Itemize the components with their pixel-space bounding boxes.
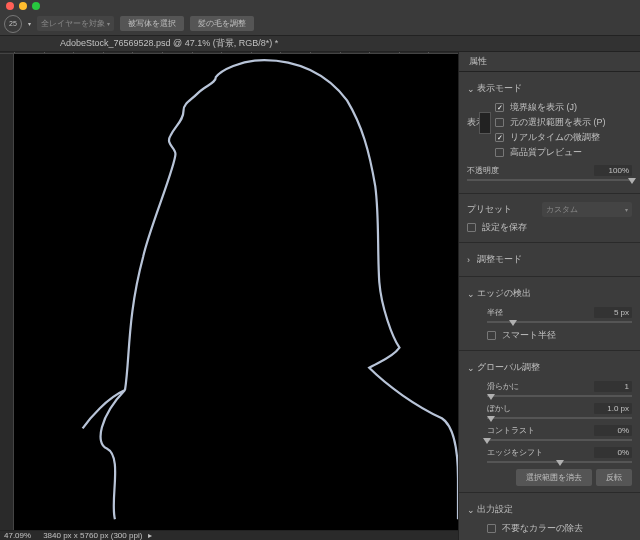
contrast-slider[interactable] bbox=[487, 439, 632, 441]
properties-panel: 属性 ⌄ 表示モード 境界線を表示 (J) 表示 元の選択範囲を表示 (P) リ… bbox=[458, 52, 640, 540]
hq-preview-label: 高品質プレビュー bbox=[510, 146, 582, 159]
view-thumbnail[interactable] bbox=[479, 112, 491, 134]
chevron-right-icon: › bbox=[467, 255, 477, 265]
feather-slider[interactable] bbox=[487, 417, 632, 419]
show-border-checkbox[interactable] bbox=[495, 103, 504, 112]
brush-size-value: 25 bbox=[9, 20, 17, 27]
show-border-label: 境界線を表示 (J) bbox=[510, 101, 577, 114]
chevron-down-icon: ⌄ bbox=[467, 289, 477, 299]
realtime-label: リアルタイムの微調整 bbox=[510, 131, 600, 144]
maximize-icon[interactable] bbox=[32, 2, 40, 10]
view-mode-header[interactable]: ⌄ 表示モード bbox=[467, 78, 632, 99]
chevron-down-icon: ⌄ bbox=[467, 505, 477, 515]
chevron-down-icon: ⌄ bbox=[467, 84, 477, 94]
preset-dropdown[interactable]: カスタム▾ bbox=[542, 202, 632, 217]
opacity-value[interactable]: 100% bbox=[594, 165, 632, 176]
selection-outline bbox=[14, 54, 458, 530]
document-tab[interactable]: AdobeStock_76569528.psd @ 47.1% (背景, RGB… bbox=[60, 37, 278, 50]
preset-label: プリセット bbox=[467, 203, 512, 216]
select-subject-button[interactable]: 被写体を選択 bbox=[120, 16, 184, 31]
feather-label: ぼかし bbox=[487, 403, 594, 414]
smart-radius-label: スマート半径 bbox=[502, 329, 556, 342]
document-tab-bar: AdobeStock_76569528.psd @ 47.1% (背景, RGB… bbox=[0, 36, 640, 52]
global-refine-header[interactable]: ⌄グローバル調整 bbox=[467, 357, 632, 378]
window-controls bbox=[0, 0, 640, 12]
clear-selection-button[interactable]: 選択範囲を消去 bbox=[516, 469, 592, 486]
smooth-label: 滑らかに bbox=[487, 381, 594, 392]
smooth-slider[interactable] bbox=[487, 395, 632, 397]
canvas[interactable] bbox=[14, 54, 458, 530]
close-tab-icon[interactable] bbox=[282, 39, 292, 49]
edge-detection-header[interactable]: ⌄エッジの検出 bbox=[467, 283, 632, 304]
properties-tab[interactable]: 属性 bbox=[459, 52, 497, 71]
show-original-checkbox[interactable] bbox=[495, 118, 504, 127]
adjust-mode-header[interactable]: ›調整モード bbox=[467, 249, 632, 270]
document-dimensions: 3840 px x 5760 px (300 ppi) bbox=[43, 531, 142, 540]
smooth-value[interactable]: 1 bbox=[594, 381, 632, 392]
radius-label: 半径 bbox=[487, 307, 594, 318]
minimize-icon[interactable] bbox=[19, 2, 27, 10]
chevron-down-icon: ⌄ bbox=[467, 363, 477, 373]
shift-edge-value[interactable]: 0% bbox=[594, 447, 632, 458]
invert-button[interactable]: 反転 bbox=[596, 469, 632, 486]
brush-preview-icon[interactable]: 25 bbox=[4, 15, 22, 33]
contrast-value[interactable]: 0% bbox=[594, 425, 632, 436]
shift-edge-slider[interactable] bbox=[487, 461, 632, 463]
decontaminate-checkbox[interactable] bbox=[487, 524, 496, 533]
show-original-label: 元の選択範囲を表示 (P) bbox=[510, 116, 606, 129]
radius-slider[interactable] bbox=[487, 321, 632, 323]
close-icon[interactable] bbox=[6, 2, 14, 10]
ruler-vertical bbox=[0, 54, 14, 530]
zoom-level[interactable]: 47.09% bbox=[4, 531, 31, 540]
hq-preview-checkbox[interactable] bbox=[495, 148, 504, 157]
opacity-label: 不透明度 bbox=[467, 165, 594, 176]
feather-value[interactable]: 1.0 px bbox=[594, 403, 632, 414]
status-bar: 47.09% 3840 px x 5760 px (300 ppi) ▸ bbox=[0, 530, 458, 540]
refine-hair-button[interactable]: 髪の毛を調整 bbox=[190, 16, 254, 31]
brush-dropdown-icon[interactable]: ▾ bbox=[28, 20, 31, 27]
opacity-slider[interactable] bbox=[467, 179, 632, 181]
sample-layers-dropdown[interactable]: 全レイヤーを対象▾ bbox=[37, 16, 114, 31]
smart-radius-checkbox[interactable] bbox=[487, 331, 496, 340]
save-settings-checkbox[interactable] bbox=[467, 223, 476, 232]
decontaminate-label: 不要なカラーの除去 bbox=[502, 522, 583, 535]
shift-edge-label: エッジをシフト bbox=[487, 447, 594, 458]
status-menu-icon[interactable]: ▸ bbox=[148, 531, 152, 540]
options-bar: 25 ▾ 全レイヤーを対象▾ 被写体を選択 髪の毛を調整 bbox=[0, 12, 640, 36]
output-settings-header[interactable]: ⌄出力設定 bbox=[467, 499, 632, 520]
contrast-label: コントラスト bbox=[487, 425, 594, 436]
realtime-checkbox[interactable] bbox=[495, 133, 504, 142]
radius-value[interactable]: 5 px bbox=[594, 307, 632, 318]
save-settings-label: 設定を保存 bbox=[482, 221, 527, 234]
